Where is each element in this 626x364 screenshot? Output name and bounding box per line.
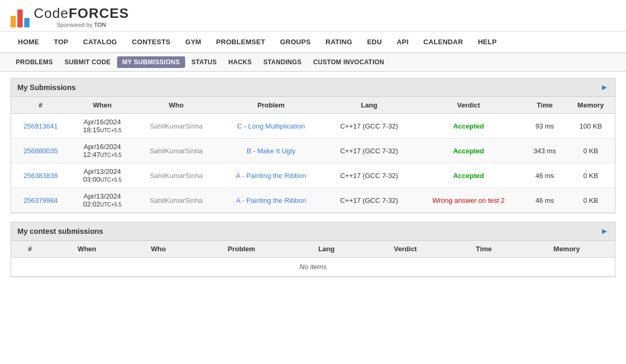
contest-col-who: Who — [125, 241, 191, 258]
col-memory: Memory — [566, 97, 615, 114]
nav-help[interactable]: HELP — [470, 32, 504, 52]
bar2-icon — [17, 9, 23, 27]
logo-sponsor: Sponsored by TON — [34, 22, 129, 28]
nav-top[interactable]: TOP — [46, 32, 75, 52]
contest-col-memory: Memory — [518, 241, 615, 258]
logo: CodeForces Sponsored by TON — [11, 5, 129, 28]
submission-problem-link[interactable]: A - Painting the Ribbon — [236, 196, 306, 204]
submission-id: 256913641 — [11, 114, 70, 139]
submission-who: SahilKumarSinha — [134, 114, 218, 139]
submission-id-link[interactable]: 256913641 — [23, 122, 57, 130]
my-submissions-header: My Submissions ► — [11, 78, 615, 97]
nav-problemset[interactable]: PROBLEMSET — [209, 32, 273, 52]
nav-catalog[interactable]: CATALOG — [76, 32, 124, 52]
content: My Submissions ► # When Who Problem Lang… — [0, 72, 626, 292]
submission-problem: A - Painting the Ribbon — [218, 188, 324, 213]
submission-when: Apr/16/202418:15UTC+5.5 — [70, 114, 134, 139]
col-verdict: Verdict — [414, 97, 523, 114]
contest-table-header-row: # When Who Problem Lang Verdict Time Mem… — [11, 241, 615, 258]
submission-id: 256383838 — [11, 163, 70, 188]
logo-name: CodeForces — [34, 5, 129, 22]
bar3-icon — [24, 18, 30, 27]
submission-lang: C++17 (GCC 7-32) — [324, 188, 414, 213]
submission-time: 93 ms — [523, 114, 566, 139]
my-submissions-table: # When Who Problem Lang Verdict Time Mem… — [11, 97, 615, 213]
submission-id-link[interactable]: 256383838 — [23, 172, 57, 180]
submission-problem-link[interactable]: C - Long Multiplication — [237, 122, 305, 130]
submission-problem: C - Long Multiplication — [218, 114, 324, 139]
my-contest-submissions-section: My contest submissions ► # When Who Prob… — [11, 222, 615, 277]
contest-col-lang: Lang — [291, 241, 362, 258]
contest-col-when: When — [49, 241, 125, 258]
nav-rating[interactable]: RATING — [318, 32, 360, 52]
bar1-icon — [11, 16, 16, 27]
contest-col-time: Time — [449, 241, 518, 258]
submission-time: 46 ms — [523, 163, 566, 188]
nav-calendar[interactable]: CALENDAR — [416, 32, 470, 52]
submission-who: SahilKumarSinha — [134, 139, 218, 163]
my-submissions-section: My Submissions ► # When Who Problem Lang… — [11, 78, 615, 213]
submission-who: SahilKumarSinha — [134, 188, 218, 213]
subnav-custom-invocation[interactable]: CUSTOM INVOCATION — [308, 56, 390, 68]
submission-verdict: Accepted — [414, 163, 523, 188]
submission-memory: 0 KB — [566, 163, 615, 188]
my-submissions-arrow: ► — [600, 83, 609, 92]
submission-verdict: Accepted — [414, 114, 523, 139]
nav-api[interactable]: API — [389, 32, 416, 52]
nav-edu[interactable]: EDU — [360, 32, 389, 52]
subnav: PROBLEMS SUBMIT CODE MY SUBMISSIONS STAT… — [0, 53, 626, 72]
table-row: 256880035Apr/16/202412:47UTC+5.5SahilKum… — [11, 139, 615, 163]
submission-id: 256379984 — [11, 188, 70, 213]
submission-problem-link[interactable]: A - Painting the Ribbon — [236, 172, 306, 180]
my-contest-submissions-title: My contest submissions — [17, 227, 103, 235]
submission-lang: C++17 (GCC 7-32) — [324, 114, 414, 139]
logo-forces: Forces — [69, 5, 129, 21]
subnav-problems[interactable]: PROBLEMS — [11, 56, 58, 68]
submission-memory: 0 KB — [566, 188, 615, 213]
my-contest-submissions-arrow: ► — [600, 227, 609, 236]
logo-icon — [11, 6, 30, 27]
submission-lang: C++17 (GCC 7-32) — [324, 163, 414, 188]
subnav-my-submissions[interactable]: MY SUBMISSIONS — [117, 56, 185, 68]
table-row: 256913641Apr/16/202418:15UTC+5.5SahilKum… — [11, 114, 615, 139]
submission-problem: B - Make It Ugly — [218, 139, 324, 163]
col-who: Who — [134, 97, 218, 114]
logo-text: CodeForces Sponsored by TON — [34, 5, 129, 28]
subnav-submit-code[interactable]: SUBMIT CODE — [59, 56, 115, 68]
submission-id-link[interactable]: 256379984 — [23, 196, 57, 204]
contest-col-verdict: Verdict — [362, 241, 449, 258]
col-id: # — [11, 97, 70, 114]
nav-groups[interactable]: GROUPS — [273, 32, 318, 52]
submission-verdict: Wrong answer on test 2 — [414, 188, 523, 213]
col-time: Time — [523, 97, 566, 114]
main-nav: HOME TOP CATALOG CONTESTS GYM PROBLEMSET… — [0, 32, 626, 53]
nav-contests[interactable]: CONTESTS — [124, 32, 178, 52]
submission-who: SahilKumarSinha — [134, 163, 218, 188]
my-contest-submissions-table: # When Who Problem Lang Verdict Time Mem… — [11, 241, 615, 277]
no-items-text: No items — [11, 258, 615, 277]
submission-when: Apr/16/202412:47UTC+5.5 — [70, 139, 134, 163]
header: CodeForces Sponsored by TON — [0, 0, 626, 32]
my-submissions-title: My Submissions — [17, 83, 75, 92]
submission-time: 46 ms — [523, 188, 566, 213]
subnav-status[interactable]: STATUS — [186, 56, 222, 68]
subnav-hacks[interactable]: HACKS — [223, 56, 257, 68]
my-contest-submissions-header: My contest submissions ► — [11, 222, 615, 241]
submission-id: 256880035 — [11, 139, 70, 163]
col-lang: Lang — [324, 97, 414, 114]
table-header-row: # When Who Problem Lang Verdict Time Mem… — [11, 97, 615, 114]
nav-gym[interactable]: GYM — [178, 32, 209, 52]
logo-code: Code — [34, 5, 69, 21]
contest-col-problem: Problem — [191, 241, 291, 258]
subnav-standings[interactable]: STANDINGS — [258, 56, 306, 68]
submission-problem-link[interactable]: B - Make It Ugly — [247, 147, 295, 155]
submission-time: 343 ms — [523, 139, 566, 163]
submission-memory: 100 KB — [566, 114, 615, 139]
nav-home[interactable]: HOME — [11, 32, 46, 52]
submission-when: Apr/13/202402:02UTC+5.5 — [70, 188, 134, 213]
table-row: No items — [11, 258, 615, 277]
submission-lang: C++17 (GCC 7-32) — [324, 139, 414, 163]
col-problem: Problem — [218, 97, 324, 114]
submission-id-link[interactable]: 256880035 — [23, 147, 57, 155]
contest-col-id: # — [11, 241, 49, 258]
